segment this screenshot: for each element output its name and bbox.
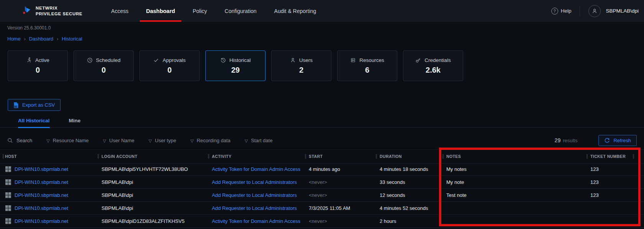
start-cell: <never> bbox=[304, 218, 375, 224]
notes-cell: Test note bbox=[441, 192, 585, 198]
host-link[interactable]: DPI-WIN10.sbpmlab.net bbox=[15, 192, 68, 198]
filter-user-type[interactable]: User type bbox=[149, 138, 176, 143]
topbar-right: Help SBPMLAB\dpi bbox=[551, 5, 639, 17]
card-historical[interactable]: Historical 29 bbox=[205, 50, 265, 81]
activity-link[interactable]: Activity Token for Domain Admin Access bbox=[207, 218, 304, 224]
card-value: 2 bbox=[299, 66, 303, 75]
results-count-value: 29 bbox=[555, 137, 561, 143]
card-approvals[interactable]: Approvals 0 bbox=[139, 50, 200, 81]
windows-host-icon bbox=[5, 192, 11, 198]
logged-in-username[interactable]: SBPMLAB\dpi bbox=[606, 8, 639, 14]
table-row: DPI-WIN10.sbpmlab.net SBPMLAB\dpi Add Re… bbox=[0, 189, 644, 202]
card-credentials[interactable]: Credentials 2.6k bbox=[403, 50, 463, 81]
netwrix-logo-icon bbox=[22, 5, 32, 17]
main-nav: Access Dashboard Policy Configuration Au… bbox=[102, 0, 325, 22]
card-label: Scheduled bbox=[96, 57, 121, 63]
filter-label: User type bbox=[155, 138, 176, 143]
filter-user-name[interactable]: User Name bbox=[103, 138, 134, 143]
nav-item-policy[interactable]: Policy bbox=[193, 0, 207, 22]
column-header-start[interactable]: START bbox=[304, 154, 375, 159]
card-label: Approvals bbox=[162, 57, 185, 63]
export-csv-label: Export as CSV bbox=[22, 102, 55, 108]
card-scheduled[interactable]: Scheduled 0 bbox=[74, 50, 134, 81]
column-header-ticket-number[interactable]: TICKET NUMBER bbox=[585, 154, 644, 159]
host-link[interactable]: DPI-WIN10.sbpmlab.net bbox=[15, 166, 68, 172]
card-resources[interactable]: Resources 6 bbox=[337, 50, 397, 81]
host-cell: DPI-WIN10.sbpmlab.net bbox=[0, 192, 97, 198]
filter-label: Recording data bbox=[197, 138, 230, 143]
table-header: HOST LOGIN ACCOUNT ACTIVITY START DURATI… bbox=[0, 149, 644, 164]
svg-text:CSV: CSV bbox=[15, 106, 18, 107]
duration-cell: 4 minutes 18 seconds bbox=[375, 166, 441, 172]
refresh-button[interactable]: Refresh bbox=[598, 135, 637, 146]
app-window: NETWRIX PRIVILEGE SECURE Access Dashboar… bbox=[0, 0, 644, 229]
tab-all-historical[interactable]: All Historical bbox=[18, 118, 50, 128]
search-icon bbox=[7, 138, 13, 143]
activity-link[interactable]: Add Requester to Local Administrators bbox=[207, 179, 304, 185]
csv-file-icon: CSV bbox=[13, 102, 19, 108]
filter-funnel-icon bbox=[149, 138, 152, 143]
table-body: DPI-WIN10.sbpmlab.net SBPMLAB\dpi5YLHVHT… bbox=[0, 163, 644, 228]
card-value: 0 bbox=[167, 66, 172, 75]
breadcrumb-home[interactable]: Home bbox=[7, 36, 21, 42]
column-header-login-account[interactable]: LOGIN ACCOUNT bbox=[97, 154, 207, 159]
user-icon bbox=[592, 8, 598, 14]
nav-item-configuration[interactable]: Configuration bbox=[224, 0, 256, 22]
notes-cell: My note bbox=[441, 179, 585, 185]
host-link[interactable]: DPI-WIN10.sbpmlab.net bbox=[15, 205, 68, 211]
card-label: Historical bbox=[229, 57, 251, 63]
nav-item-access[interactable]: Access bbox=[111, 0, 128, 22]
filter-funnel-icon bbox=[190, 138, 193, 143]
user-avatar[interactable] bbox=[588, 5, 601, 17]
version-text: Version 25.6.30001.0 bbox=[7, 25, 51, 31]
card-users[interactable]: Users 2 bbox=[271, 50, 331, 81]
historical-tabs: All Historical Mine bbox=[0, 118, 644, 128]
breadcrumb-historical[interactable]: Historical bbox=[62, 36, 82, 42]
activity-link[interactable]: Add Requester to Local Administrators bbox=[207, 192, 304, 198]
breadcrumb-dashboard[interactable]: Dashboard bbox=[29, 36, 54, 42]
column-header-notes[interactable]: NOTES bbox=[441, 154, 585, 159]
card-label: Credentials bbox=[424, 57, 451, 63]
column-header-activity[interactable]: ACTIVITY bbox=[207, 154, 304, 159]
topbar-divider bbox=[580, 6, 580, 16]
export-csv-button[interactable]: CSV Export as CSV bbox=[8, 99, 61, 111]
historical-history-icon bbox=[220, 57, 226, 63]
card-active[interactable]: Active 0 bbox=[8, 50, 68, 81]
search-control[interactable]: Search bbox=[7, 138, 32, 143]
card-value: 6 bbox=[365, 66, 369, 75]
filter-bar: Search Resource Name User Name User type… bbox=[0, 134, 644, 146]
start-cell: 4 minutes ago bbox=[304, 166, 375, 172]
filter-recording-data[interactable]: Recording data bbox=[190, 138, 231, 143]
activity-link[interactable]: Activity Token for Domain Admin Access bbox=[207, 166, 304, 172]
results-count-label: results bbox=[563, 138, 577, 143]
help-button[interactable]: Help bbox=[551, 8, 572, 15]
login-account-cell: SBPMLAB\dpi bbox=[97, 192, 207, 198]
duration-cell: 4 minutes 52 seconds bbox=[375, 205, 441, 211]
filter-funnel-icon bbox=[245, 138, 248, 143]
duration-cell: 12 seconds bbox=[375, 192, 441, 198]
nav-item-dashboard[interactable]: Dashboard bbox=[146, 0, 175, 22]
activity-link[interactable]: Add Requester to Local Administrators bbox=[207, 205, 304, 211]
filter-resource-name[interactable]: Resource Name bbox=[46, 138, 88, 143]
nav-item-audit-reporting[interactable]: Audit & Reporting bbox=[274, 0, 316, 22]
notes-cell: My notes bbox=[441, 166, 585, 172]
host-link[interactable]: DPI-WIN10.sbpmlab.net bbox=[15, 179, 68, 185]
column-header-host[interactable]: HOST bbox=[0, 154, 97, 159]
tab-mine[interactable]: Mine bbox=[69, 118, 81, 127]
card-value: 29 bbox=[231, 66, 239, 75]
start-cell: 7/3/2025 11:05 AM bbox=[304, 205, 375, 211]
start-cell: <never> bbox=[304, 179, 375, 185]
card-label: Active bbox=[35, 57, 49, 63]
duration-cell: 2 hours bbox=[375, 218, 441, 224]
filter-start-date[interactable]: Start date bbox=[245, 138, 273, 143]
summary-cards: Active 0 Scheduled 0 Approvals 0 bbox=[8, 50, 463, 81]
windows-host-icon bbox=[5, 166, 11, 172]
column-header-duration[interactable]: DURATION bbox=[375, 154, 441, 159]
ticket-number-cell: 123 bbox=[585, 179, 644, 185]
card-label: Users bbox=[299, 57, 313, 63]
help-icon bbox=[551, 8, 558, 15]
table-row: DPI-WIN10.sbpmlab.net SBPMLAB\dpi5YLHVHT… bbox=[0, 163, 644, 176]
host-link[interactable]: DPI-WIN10.sbpmlab.net bbox=[15, 218, 68, 224]
resources-server-icon bbox=[350, 57, 356, 63]
filter-funnel-icon bbox=[103, 138, 106, 143]
